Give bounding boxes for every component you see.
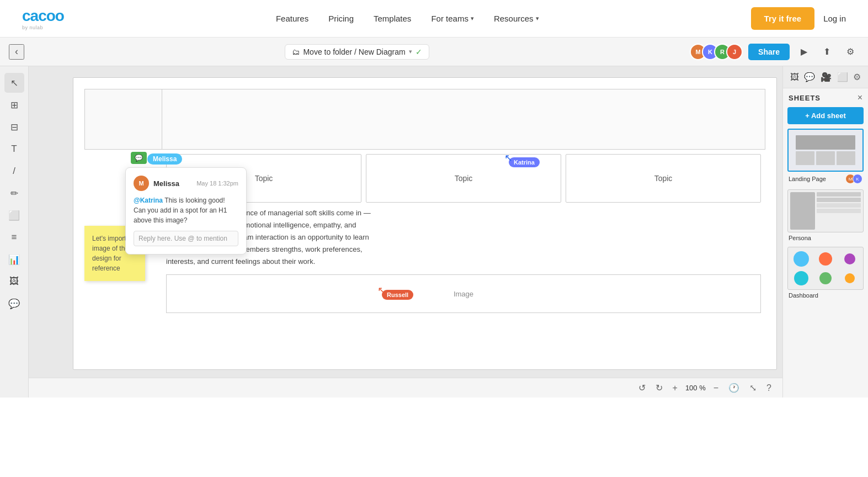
sheet-thumb-landing (787, 129, 864, 172)
folder-path-text: Move to folder / New Diagram (303, 47, 405, 56)
history-button[interactable]: 🕐 (726, 381, 742, 394)
sheet-label-persona: Persona (787, 235, 864, 241)
panel-icon-video[interactable]: 🎥 (821, 72, 832, 82)
comment-time: May 18 1:32pm (196, 180, 238, 187)
sheet-name-persona: Persona (789, 235, 811, 241)
wireframe-main-block (162, 89, 765, 149)
panel-icon-page[interactable]: 🖼 (790, 72, 799, 82)
comment-indicator[interactable]: 💬 M Melissa May 18 1:32pm @Katrina This … (131, 152, 147, 164)
commenter-name: Melissa (153, 179, 179, 188)
tool-image[interactable]: 🖼 (4, 272, 24, 292)
panel-type-icons: 🖼 💬 🎥 ⬜ ⚙ (783, 66, 868, 88)
undo-button[interactable]: ↺ (636, 381, 648, 394)
logo-subtext: by nulab (22, 25, 43, 30)
topic-label-1: Topic (255, 174, 273, 183)
check-icon: ✓ (416, 47, 422, 56)
image-placeholder[interactable]: Image (166, 274, 761, 313)
tool-table[interactable]: ⊞ (4, 95, 24, 115)
comment-reply-input[interactable]: Reply here. Use @ to mention (134, 231, 238, 246)
redo-button[interactable]: ↻ (653, 381, 665, 394)
tool-comment[interactable]: 💬 (4, 294, 24, 314)
topic-label-3: Topic (654, 174, 673, 183)
comment-popup: M Melissa May 18 1:32pm @Katrina This is… (125, 167, 247, 255)
comment-header: M Melissa May 18 1:32pm (134, 176, 238, 191)
main-row: ↖ ⊞ ⊟ T / ✏ ⬜ ≡ 📊 🖼 💬 💬 M (0, 66, 868, 398)
sheet-landing-page[interactable]: Landing Page M K (787, 129, 864, 184)
toolbar-right: M K R J Share ▶ ⬆ ⚙ (690, 43, 859, 61)
topic-label-2: Topic (455, 174, 473, 183)
tool-list[interactable]: ≡ (4, 227, 24, 247)
add-sheet-button[interactable]: + Add sheet (787, 107, 864, 124)
nav-link-features[interactable]: Features (276, 14, 308, 23)
sheets-close-button[interactable]: × (858, 93, 862, 103)
sheets-panel-header: SHEETS × (783, 88, 868, 107)
top-toolbar: ‹ 🗂 Move to folder / New Diagram ▾ ✓ M K… (0, 38, 868, 66)
comment-icon[interactable]: 💬 (131, 152, 147, 164)
tool-select[interactable]: ↖ (4, 73, 24, 93)
nav-links: Features Pricing Templates For teams Res… (276, 14, 539, 23)
toolbar-center: 🗂 Move to folder / New Diagram ▾ ✓ (285, 44, 429, 60)
topic-row: Topic Topic Topic (166, 154, 761, 203)
nav-actions: Try it free Log in (751, 7, 846, 30)
nav-link-for-teams[interactable]: For teams (431, 14, 474, 23)
canvas-area[interactable]: 💬 M Melissa May 18 1:32pm @Katrina This … (29, 66, 782, 398)
sheet-label-dashboard: Dashboard (787, 292, 864, 299)
comment-text: @Katrina This is looking good! Can you a… (134, 195, 238, 225)
katrina-cursor-arrow: ↖ (504, 152, 513, 164)
toolbar-left: ‹ (9, 44, 24, 60)
fit-button[interactable]: ⤡ (747, 381, 759, 394)
tool-line[interactable]: / (4, 161, 24, 181)
settings-button[interactable]: ⚙ (842, 43, 859, 61)
export-button[interactable]: ⬆ (818, 43, 836, 61)
sheet-name-dashboard: Dashboard (789, 292, 818, 299)
russell-cursor: ↖ Russell (382, 290, 413, 300)
sheet-name-landing: Landing Page (789, 176, 826, 182)
nav-bar: cacoo by nulab Features Pricing Template… (0, 0, 868, 38)
nav-link-templates[interactable]: Templates (374, 14, 411, 23)
wireframe-sidebar-block (85, 89, 162, 149)
zoom-level: 100 % (685, 384, 706, 392)
sheets-title: SHEETS (789, 94, 821, 102)
dropdown-arrow-icon: ▾ (409, 48, 412, 55)
tool-pencil[interactable]: ✏ (4, 183, 24, 203)
collaborator-avatars: M K R J (690, 44, 743, 60)
panel-icon-settings[interactable]: ⚙ (853, 72, 861, 82)
sheet-thumb-persona (787, 189, 864, 232)
tool-chart[interactable]: 📊 (4, 250, 24, 269)
app-container: ‹ 🗂 Move to folder / New Diagram ▾ ✓ M K… (0, 38, 868, 398)
play-button[interactable]: ▶ (795, 43, 813, 61)
tool-rectangle[interactable]: ⬜ (4, 205, 24, 225)
panel-icon-comment[interactable]: 💬 (804, 72, 815, 82)
right-panel: 🖼 💬 🎥 ⬜ ⚙ SHEETS × + Add sheet (782, 66, 868, 398)
image-label: Image (454, 290, 473, 298)
try-free-button[interactable]: Try it free (751, 7, 815, 30)
sheet-avatar-2: K (853, 174, 862, 184)
comment-mention: @Katrina (134, 197, 163, 204)
sheet-dashboard[interactable]: Dashboard (787, 247, 864, 299)
tool-shapes[interactable]: ⊟ (4, 117, 24, 137)
sheet-thumb-dashboard (787, 247, 864, 290)
sheet-persona[interactable]: Persona (787, 189, 864, 241)
back-button[interactable]: ‹ (9, 44, 24, 60)
russell-name-badge: Russell (382, 290, 413, 300)
tool-text[interactable]: T (4, 139, 24, 159)
login-button[interactable]: Log in (823, 14, 846, 23)
nav-link-resources[interactable]: Resources (494, 14, 539, 23)
zoom-out-button[interactable]: − (711, 382, 721, 394)
chat-icon: 💬 (135, 154, 143, 162)
help-button[interactable]: ? (764, 382, 774, 394)
sheet-label-landing: Landing Page M K (787, 174, 864, 184)
share-button[interactable]: Share (748, 44, 790, 60)
logo[interactable]: cacoo by nulab (22, 7, 64, 30)
bottom-bar: ↺ ↻ + 100 % − 🕐 ⤡ ? (29, 378, 782, 398)
topic-box-3[interactable]: Topic (566, 154, 761, 203)
panel-icon-copy[interactable]: ⬜ (837, 72, 848, 82)
katrina-name-badge: Katrina (509, 157, 540, 167)
melissa-cursor-label: Melissa (147, 153, 182, 165)
commenter-avatar: M (134, 176, 149, 191)
folder-path[interactable]: 🗂 Move to folder / New Diagram ▾ ✓ (285, 44, 429, 60)
logo-text: cacoo (22, 7, 64, 25)
left-toolbar: ↖ ⊞ ⊟ T / ✏ ⬜ ≡ 📊 🖼 💬 (0, 66, 29, 398)
nav-link-pricing[interactable]: Pricing (328, 14, 354, 23)
zoom-in-button[interactable]: + (670, 382, 680, 394)
